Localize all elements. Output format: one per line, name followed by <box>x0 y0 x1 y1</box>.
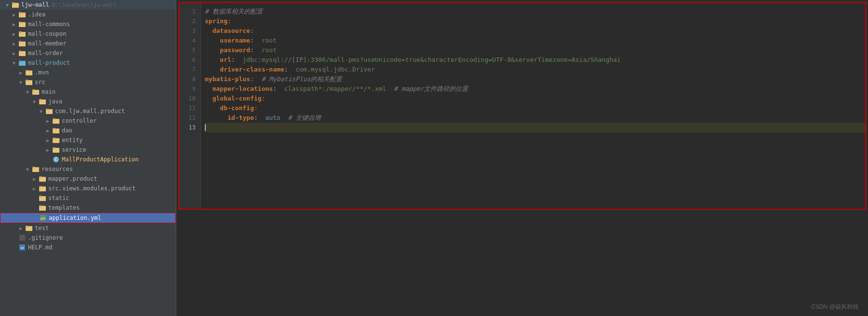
dao-arrow: ▶ <box>44 127 51 134</box>
svg-rect-48 <box>19 235 25 241</box>
comment-mybatis: # MybatisPlus的相关配置 <box>261 74 342 84</box>
key-mybatis: mybatis-plus <box>205 74 250 84</box>
ln-1: 1 <box>179 7 200 16</box>
code-lines[interactable]: # 数据库相关的配置 spring: datasource: username:… <box>201 3 865 209</box>
mainclass-arrow <box>44 156 51 163</box>
key-datasource: datasource <box>213 26 250 36</box>
commons-label: mall-commons <box>28 21 70 28</box>
key-url: url <box>220 55 231 65</box>
idea-label: .idea <box>28 11 45 18</box>
sidebar-item-dao[interactable]: ▶ dao <box>0 126 176 135</box>
sidebar-item-main[interactable]: ▼ main <box>0 87 176 97</box>
svg-rect-35 <box>32 167 35 168</box>
ln-7: 7 <box>179 65 200 74</box>
sidebar-item-controller[interactable]: ▶ controller <box>0 116 176 126</box>
sidebar-item-gitignore[interactable]: .gitignore <box>0 233 176 243</box>
svg-rect-39 <box>39 186 42 187</box>
dao-folder-icon <box>52 127 60 134</box>
java-label: java <box>48 98 62 105</box>
sidebar-item-resources[interactable]: ▼ resources <box>0 164 176 174</box>
mapper-label: mapper.product <box>48 175 97 182</box>
mvn-label: .mvn <box>35 69 49 76</box>
code-line-4: username: root <box>205 36 865 45</box>
ln-13: 13 <box>179 123 200 132</box>
code-container: 1 2 3 4 5 6 7 8 9 10 11 12 13 # 数据库相关的配置… <box>178 2 866 210</box>
pkg-arrow: ▼ <box>38 108 44 115</box>
gitignore-arrow <box>11 234 17 241</box>
views-folder-icon <box>39 185 46 192</box>
product-folder-icon <box>18 59 26 67</box>
svg-rect-13 <box>19 60 22 62</box>
test-label: test <box>35 225 49 231</box>
service-folder-icon <box>52 146 60 154</box>
sidebar-item-entity[interactable]: ▶ entity <box>0 135 176 145</box>
sidebar-item-mall-order[interactable]: ▶ mall-order <box>0 48 176 58</box>
sidebar-item-mvn[interactable]: ▶ .mvn <box>0 68 176 77</box>
watermark-text: CSDN @硕风和炜 <box>811 303 858 310</box>
code-line-10: global-config: <box>205 94 865 103</box>
project-folder-icon <box>12 1 19 9</box>
key-mapper-locations: mapper-locations <box>213 84 273 94</box>
yml-label: application.yml <box>49 215 101 221</box>
member-label: mall-member <box>28 40 66 47</box>
sidebar-item-mapper-product[interactable]: ▶ mapper.product <box>0 174 176 184</box>
product-arrow: ▼ <box>11 59 17 66</box>
key-spring: spring <box>205 16 228 26</box>
controller-folder-icon <box>52 117 60 125</box>
sidebar-item-mall-coupon[interactable]: ▶ mall-coupon <box>0 29 176 39</box>
code-line-3: datasource: <box>205 26 865 36</box>
sidebar-item-service[interactable]: ▶ service <box>0 145 176 155</box>
svg-rect-17 <box>26 80 28 81</box>
sidebar-item-mall-member[interactable]: ▶ mall-member <box>0 39 176 48</box>
ln-11: 11 <box>179 103 200 113</box>
gitignore-label: .gitignore <box>28 234 63 241</box>
sidebar-item-mall-commons[interactable]: ▶ mall-commons <box>0 19 176 29</box>
svg-rect-7 <box>19 31 22 33</box>
sidebar-item-templates[interactable]: templates <box>0 203 176 213</box>
sidebar-item-application-yml[interactable]: yml application.yml <box>0 213 176 223</box>
service-label: service <box>62 146 86 153</box>
project-root[interactable]: ▼ ljw-mall D:\JavaCode\ljw-mall <box>0 0 176 10</box>
sidebar-item-package[interactable]: ▼ com.ljw.mall.product <box>0 106 176 116</box>
yml-arrow <box>31 215 38 221</box>
sidebar-item-mall-product[interactable]: ▼ mall-product <box>0 58 176 68</box>
code-line-12: id-type: auto # 主键自增 <box>205 113 865 123</box>
svg-rect-11 <box>19 51 22 52</box>
controller-arrow: ▶ <box>44 117 51 124</box>
member-arrow: ▶ <box>11 40 17 47</box>
root-arrow: ▼ <box>4 1 11 8</box>
sidebar-item-idea[interactable]: ▶ .idea <box>0 10 176 19</box>
sidebar-item-help-md[interactable]: md HELP.md <box>0 243 176 252</box>
sidebar-item-main-class[interactable]: C MallProductApplication <box>0 155 176 164</box>
svg-rect-47 <box>26 226 28 227</box>
code-line-2: spring: <box>205 16 865 26</box>
mvn-folder-icon <box>25 69 33 76</box>
product-label: mall-product <box>28 59 70 66</box>
idea-folder-icon <box>18 11 26 18</box>
editor-area: 1 2 3 4 5 6 7 8 9 10 11 12 13 # 数据库相关的配置… <box>176 0 868 316</box>
static-label: static <box>48 195 69 201</box>
src-folder-icon <box>25 78 33 86</box>
key-password: password <box>220 45 250 55</box>
sidebar-item-static[interactable]: static <box>0 193 176 203</box>
templates-label: templates <box>48 204 80 211</box>
comment-1: # 数据库相关的配置 <box>205 7 263 16</box>
svg-rect-27 <box>53 128 56 129</box>
sidebar-item-test[interactable]: ▶ test <box>0 223 176 233</box>
file-tree[interactable]: ▼ ljw-mall D:\JavaCode\ljw-mall ▶ .idea … <box>0 0 176 316</box>
sidebar-item-src[interactable]: ▼ src <box>0 77 176 87</box>
service-arrow: ▶ <box>44 146 51 153</box>
code-line-6: url: jdbc:mysql://[IP]:3306/mall-pms?use… <box>205 55 865 65</box>
project-path: D:\JavaCode\ljw-mall <box>52 2 116 8</box>
resources-folder-icon <box>32 165 40 173</box>
ln-10: 10 <box>179 94 200 103</box>
resources-label: resources <box>42 166 73 172</box>
svg-rect-41 <box>39 196 42 197</box>
sidebar-item-java[interactable]: ▼ java <box>0 97 176 106</box>
sidebar-item-views[interactable]: ▶ src.views.modules.product <box>0 184 176 193</box>
ln-6: 6 <box>179 55 200 65</box>
comment-mapper: # mapper文件路径的位置 <box>394 84 468 94</box>
mainclass-label: MallProductApplication <box>62 156 139 163</box>
code-line-13[interactable] <box>205 123 865 132</box>
java-arrow: ▼ <box>31 98 38 105</box>
